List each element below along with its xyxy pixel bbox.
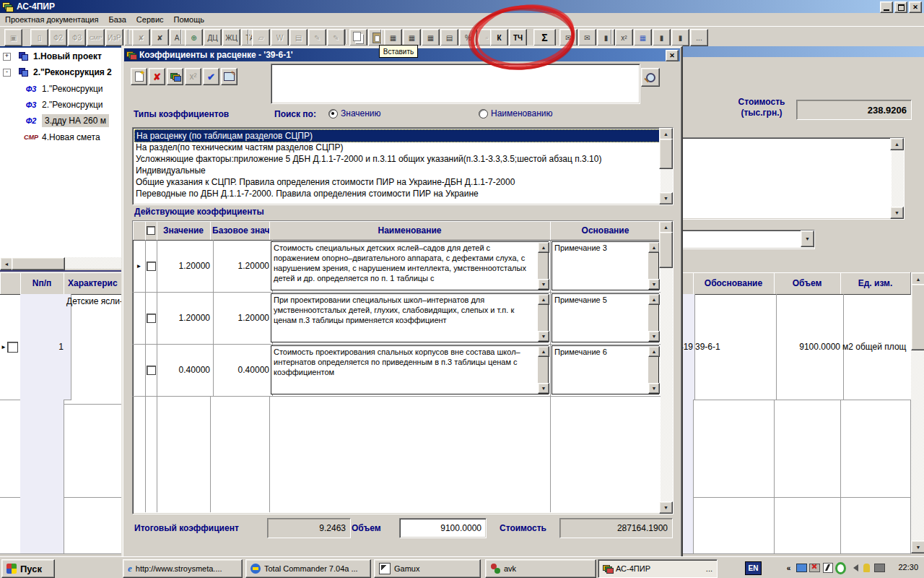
more-button[interactable]: ... [690,29,708,46]
scroll-up-icon[interactable]: ▲ [538,294,549,305]
dark2-icon[interactable]: ▮ [671,29,689,46]
sigma-button[interactable]: Σ [533,29,556,46]
coef-header-check[interactable] [145,221,157,241]
task-gamux[interactable]: Gamux [374,559,481,578]
task-stroysmeta[interactable]: e http://www.stroysmeta.... [123,559,243,578]
coef-row3-basis-cell[interactable]: Примечание 6 ▲ ▼ [550,344,661,397]
grid-cell-volume[interactable]: 9100.0000 [774,294,844,400]
scroll-down-icon[interactable]: ▼ [659,501,673,514]
coef-row2-value[interactable]: 1.20000 [157,292,214,345]
coef-row1-basis-cell[interactable]: Примечание 3 ▲ ▼ [550,240,661,293]
notes-textbox[interactable]: ▲ ▼ [675,137,905,220]
mail2-icon[interactable]: ✉ [578,29,596,46]
coef-vscrollbar[interactable]: ▲ ▼ [661,221,673,514]
dark1-icon[interactable]: ▮ [653,29,671,46]
smr-button[interactable]: СМР [87,29,105,46]
grid-header-basis[interactable]: Обоснование [693,272,775,295]
x2-button[interactable]: x² [615,29,633,46]
network-error-tray-icon[interactable] [809,563,820,574]
scroll-down-icon[interactable]: ▼ [890,207,904,219]
menu-service[interactable]: Сервис [131,14,169,25]
coef-row2-base[interactable]: 1.20000 [210,292,273,345]
task-as4pir-active[interactable]: АС-4ПИР ... [598,559,718,578]
delete-coefficient-button[interactable]: ✘ [149,68,165,85]
add-coefficient-button[interactable]: ✦ [131,68,147,85]
scroll-thumb[interactable] [659,232,673,268]
coef-header-base[interactable]: Базовое знач [210,221,272,241]
globe-icon[interactable]: ⊕ [185,29,203,46]
collapse-minus-icon[interactable]: - [3,69,11,77]
new-document-icon[interactable]: ▯ [30,29,48,46]
tch-button[interactable]: ТЧ [509,29,527,46]
tree-item-f3-2[interactable]: Ф3 2."Реконсрукци [0,98,121,112]
type-item-2[interactable]: Усложняющие факторы:приложение 5 ДБН Д.1… [134,153,671,165]
volume-input[interactable]: 9100.0000 [399,518,487,538]
coef-header-name[interactable]: Наименование [269,221,551,241]
scroll-up-icon[interactable]: ▲ [538,242,549,253]
word-export-button[interactable]: W [271,29,289,46]
type-item-4[interactable]: Общие указания к СЦПР. Правила определен… [134,176,671,188]
radio-by-value[interactable]: Значению [328,108,381,118]
save-icon[interactable]: ▣ [4,29,22,46]
volume-tray-icon[interactable] [848,563,859,574]
grid2-icon[interactable]: ▦ [422,29,440,46]
grid-vscrollbar[interactable]: ▲ ▼ [911,272,924,553]
task-total-commander[interactable]: Total Commander 7.04a ... [245,559,371,578]
combo-down-icon[interactable]: ▼ [801,230,814,247]
minimize-button[interactable] [880,1,893,13]
percent-button[interactable]: % [459,29,477,46]
coef-row3-value[interactable]: 0.40000 [157,344,214,397]
start-button[interactable]: Пуск [1,559,55,578]
scroll-up-icon[interactable]: ▲ [648,242,660,253]
x2-disabled-button[interactable]: x² [185,68,201,85]
scroll-down-icon[interactable]: ▼ [648,383,660,394]
f2-button[interactable]: Ф2 [49,29,67,46]
grid-row-marker-cell[interactable]: ► [0,294,22,400]
zhts-button[interactable]: ЖЦ [222,29,240,46]
menu-help[interactable]: Помощь [169,14,210,25]
sheets-percent-icon[interactable]: ▤ [440,29,458,46]
scroll-down-icon[interactable]: ▼ [648,331,660,342]
sheet-icon[interactable]: ▤ [289,29,308,46]
copy-icon[interactable] [349,29,367,46]
grid-icon[interactable]: ▦ [403,29,421,46]
type-item-1[interactable]: На раздел(по техническим частям разделов… [134,142,671,153]
pencil-icon[interactable]: ✎ [308,29,326,46]
radio-by-name[interactable]: Наименованию [479,108,553,118]
catalog-button[interactable] [167,68,183,85]
row-checkbox[interactable] [7,342,18,353]
grid-header-volume[interactable]: Объем [774,272,841,295]
tray-chevron[interactable]: « [783,563,794,574]
coef-row3-checkbox[interactable] [145,344,157,397]
scroll-thumb[interactable] [659,139,673,169]
task-avk[interactable]: avk [485,559,596,578]
grid-cell-basis[interactable]: 39-6-1 [693,294,777,400]
scroll-down-icon[interactable]: ▼ [911,540,924,553]
type-item-5[interactable]: Переводные по ДБН Д.1.1-7-2000. Правила … [134,188,671,199]
coef-row1-base[interactable]: 1.20000 [210,240,273,293]
pencil-edit-icon[interactable]: ✎ [327,29,345,46]
coef-row1-checkbox[interactable] [145,240,157,293]
grid-cell-unit[interactable]: м2 общей площ [840,294,913,400]
expand-plus-icon[interactable]: + [3,53,11,61]
scroll-thumb[interactable] [911,284,924,350]
scroll-down-icon[interactable]: ▼ [659,192,673,204]
tree-item-f3-1[interactable]: Ф3 1."Реконсрукци [0,82,121,96]
type-item-0[interactable]: На расценку (по таблицам разделов СЦПР) [134,129,671,142]
dts-button[interactable]: ДЦ [204,29,222,46]
media-tray-icon[interactable] [835,563,846,574]
scroll-up-icon[interactable]: ▲ [538,346,549,357]
coef-row1-name-cell[interactable]: Стоимость специальных детских яслей–садо… [269,240,551,293]
menu-base[interactable]: База [103,14,131,25]
close-button[interactable]: ✕ [909,1,922,13]
tree-item-new-project[interactable]: + 1.Новый проект [0,49,121,64]
scroll-thumb[interactable] [12,257,65,270]
apply-button[interactable]: ✔ [203,68,219,85]
power-tray-icon[interactable] [822,563,833,574]
izr-button[interactable]: ИзР [105,29,123,46]
f3-button[interactable]: Ф3 [68,29,86,46]
tree-item-smr[interactable]: СМР 4.Новая смета [0,130,121,144]
scroll-down-icon[interactable]: ▼ [538,331,549,342]
coef-row1-value[interactable]: 1.20000 [157,240,214,293]
coef-header-basis[interactable]: Основание [550,221,661,241]
